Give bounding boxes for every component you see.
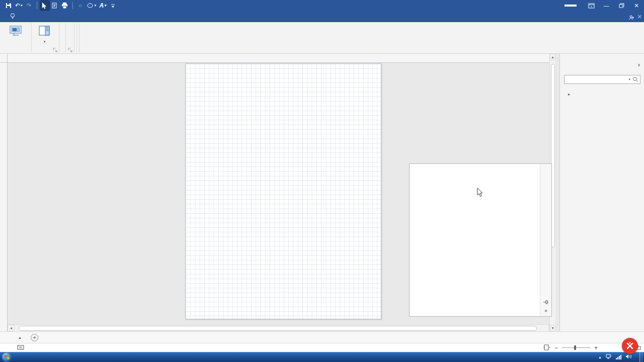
shape-search-input[interactable] [565, 76, 626, 82]
expand-panel-icon[interactable]: › [638, 61, 640, 68]
undo-icon[interactable]: ↶▾ [14, 1, 24, 10]
ruler-corner [0, 54, 8, 63]
status-bar: − + [0, 343, 644, 352]
drawing-page[interactable] [185, 63, 381, 319]
windows-logo-icon [4, 354, 9, 359]
system-tray: ▲ [594, 352, 644, 362]
print-icon[interactable] [60, 1, 69, 10]
ribbon-group-zoom [59, 22, 65, 53]
size-position-panel-strip: × [540, 164, 551, 316]
qat-separator [72, 2, 73, 9]
shapes-panel: › ▾ ▸ [559, 54, 644, 331]
fit-page-icon[interactable] [543, 344, 550, 351]
vertical-ruler [0, 63, 8, 331]
panel-close-icon[interactable]: ✕ [636, 14, 643, 20]
text-caret-icon[interactable]: ▾ [104, 4, 106, 8]
restore-button[interactable] [614, 0, 629, 11]
more-shapes-link[interactable]: ▸ [564, 92, 570, 97]
tray-expand-icon[interactable]: ▲ [598, 355, 602, 359]
qat-separator [37, 2, 37, 9]
preview-icon[interactable] [50, 1, 59, 10]
all-pages-dropdown[interactable]: ▲ [16, 336, 22, 339]
task-panes-button[interactable]: ▾ [33, 23, 56, 46]
task-panes-caret-icon: ▾ [44, 39, 46, 44]
size-position-panel: × [409, 163, 552, 317]
ribbon-group-visual-aids [66, 22, 74, 53]
ribbon-group-modes [0, 22, 31, 53]
title-bar: ↶▾ ↷ ○ ▾ A▾ — ✕ [0, 0, 644, 11]
autohide-pin-icon[interactable] [543, 299, 549, 305]
horizontal-ruler [8, 54, 555, 63]
page-tab-bar: ▲ + [0, 331, 644, 343]
shape-search-box: ▾ [564, 75, 640, 84]
panel-close-icon[interactable]: × [543, 308, 549, 314]
ribbon-display-options-icon[interactable] [584, 0, 599, 11]
show-desktop-button[interactable] [639, 352, 643, 362]
zoom-out-button[interactable]: − [554, 344, 558, 351]
close-button[interactable]: ✕ [629, 0, 644, 11]
search-dropdown-icon[interactable]: ▾ [626, 77, 632, 81]
scroll-down-icon[interactable]: ▾ [550, 325, 555, 331]
ribbon-group-show: ▾ [32, 22, 59, 53]
presentation-mode-button[interactable] [1, 23, 30, 46]
minimize-button[interactable]: — [599, 0, 614, 11]
shapes-info-text [564, 125, 640, 132]
redo-icon: ↷ [25, 1, 34, 10]
pointer-tool-icon[interactable] [40, 1, 49, 10]
add-page-button[interactable]: + [31, 334, 38, 341]
ribbon-tab-bar: ✕ [0, 11, 644, 22]
presentation-mode-icon [9, 25, 22, 37]
undo-caret-icon[interactable]: ▾ [21, 4, 23, 8]
zoom-slider[interactable] [562, 347, 590, 348]
ribbon: ▾ [0, 22, 644, 54]
search-icon[interactable] [632, 76, 638, 82]
person-icon [629, 15, 634, 21]
save-icon[interactable] [4, 1, 13, 10]
ribbon-group-window [74, 22, 76, 53]
signal-icon[interactable] [616, 355, 621, 359]
zoom-in-button[interactable]: + [594, 344, 598, 351]
network-icon[interactable] [606, 354, 612, 360]
dialog-launcher-icon[interactable] [67, 47, 73, 53]
scroll-up-icon[interactable]: ▴ [550, 54, 555, 60]
circle-tool-icon: ○ [76, 1, 85, 10]
sign-in-button[interactable] [565, 5, 577, 7]
keyboard-icon[interactable] [17, 344, 24, 351]
flyout-arrow-icon: ▸ [568, 92, 570, 97]
ellipse-tool-icon[interactable]: ▾ [86, 1, 98, 10]
mouse-cursor [477, 188, 484, 197]
quick-access-toolbar: ↶▾ ↷ ○ ▾ A▾ [0, 0, 117, 11]
screen-recorder-badge[interactable] [622, 338, 638, 354]
group-separator [79, 23, 79, 52]
start-button[interactable] [2, 352, 12, 362]
ellipse-caret-icon[interactable]: ▾ [95, 4, 97, 8]
task-panes-icon [39, 25, 50, 37]
horizontal-scroll-thumb[interactable] [19, 326, 537, 331]
tell-me-search[interactable] [3, 13, 23, 22]
lightbulb-icon [10, 13, 15, 20]
horizontal-scrollbar[interactable]: ◂ ▸ [8, 324, 555, 331]
scroll-left-icon[interactable]: ◂ [8, 325, 15, 331]
ribbon-group-macros [77, 22, 79, 53]
windows-taskbar: ▲ [0, 352, 644, 362]
text-tool-icon[interactable]: A▾ [98, 1, 107, 10]
zoom-slider-thumb[interactable] [574, 345, 576, 350]
qat-customize-icon[interactable] [108, 1, 117, 10]
chevron-up-icon: ▲ [18, 336, 22, 339]
volume-icon[interactable] [625, 354, 631, 360]
dialog-launcher-icon[interactable] [52, 47, 58, 53]
